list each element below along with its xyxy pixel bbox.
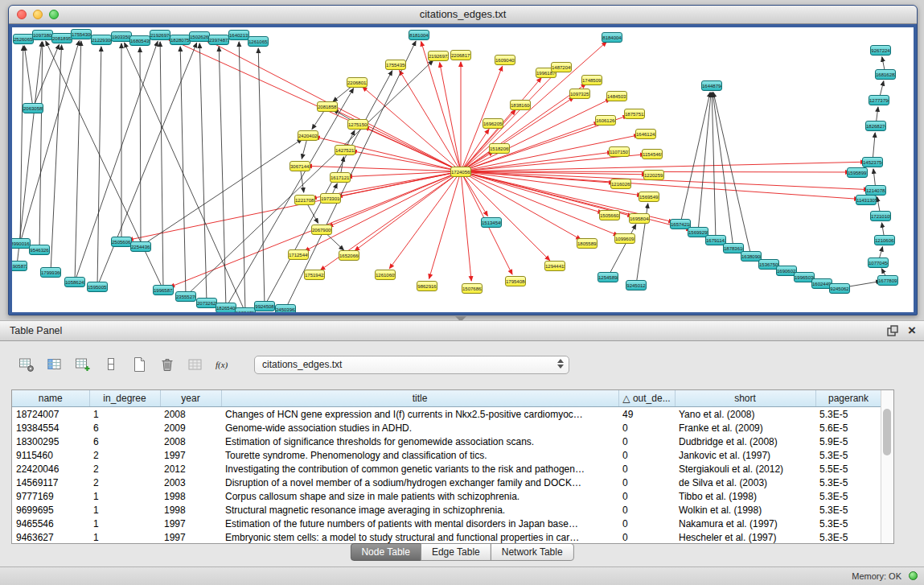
graph-node[interactable]: 12106063 bbox=[874, 235, 895, 245]
delete-table-icon[interactable] bbox=[158, 356, 176, 373]
graph-node[interactable]: 11071507 bbox=[609, 146, 630, 157]
graph-edge[interactable] bbox=[20, 41, 79, 243]
table-cell[interactable]: 14569117 bbox=[12, 476, 89, 489]
graph-node[interactable]: 11545469 bbox=[642, 149, 663, 159]
graph-node[interactable]: 12217081 bbox=[294, 195, 315, 205]
table-cell[interactable]: 5.9E-5 bbox=[815, 435, 881, 448]
graph-edge[interactable] bbox=[461, 72, 556, 171]
graph-node[interactable]: 15076862 bbox=[462, 283, 483, 294]
table-cell[interactable]: Wolkin et al. (1998) bbox=[675, 503, 815, 517]
graph-node[interactable]: 16090403 bbox=[495, 55, 515, 65]
table-cell[interactable]: 9115460 bbox=[12, 448, 89, 462]
table-row[interactable]: 1872400712008Changes of HCN gene express… bbox=[12, 407, 881, 422]
table-mode-icon[interactable] bbox=[18, 356, 35, 373]
table-cell[interactable]: 2 bbox=[89, 448, 160, 462]
graph-edge[interactable] bbox=[199, 43, 207, 303]
graph-edge[interactable] bbox=[39, 42, 43, 249]
graph-edge[interactable] bbox=[166, 38, 461, 171]
graph-node[interactable]: 15958997 bbox=[847, 167, 868, 178]
table-cell[interactable]: Estimation of significance thresholds fo… bbox=[221, 435, 618, 448]
graph-node[interactable]: 12773794 bbox=[869, 95, 889, 105]
graph-node[interactable]: 16024710 bbox=[235, 307, 256, 313]
table-cell[interactable]: Estimation of the future numbers of pati… bbox=[221, 517, 618, 530]
graph-node[interactable]: 17954084 bbox=[505, 276, 526, 286]
graph-edge[interactable] bbox=[51, 45, 62, 272]
zoom-window-button[interactable] bbox=[49, 10, 59, 19]
table-scrollbar-thumb[interactable] bbox=[883, 409, 891, 455]
column-header-short[interactable]: short bbox=[675, 390, 815, 407]
table-cell[interactable]: 5.3E-5 bbox=[815, 503, 881, 517]
graph-edge[interactable] bbox=[46, 41, 163, 290]
graph-edge[interactable] bbox=[698, 93, 711, 232]
graph-node[interactable]: 15056602 bbox=[599, 210, 620, 220]
graph-node[interactable]: 12140781 bbox=[865, 185, 886, 196]
table-cell[interactable]: Yano et al. (2008) bbox=[675, 407, 815, 422]
network-canvas[interactable]: 1724056522068177160904031996187410973257… bbox=[12, 27, 914, 312]
graph-edge[interactable] bbox=[33, 44, 60, 108]
graph-node[interactable]: 18381604 bbox=[510, 100, 531, 110]
graph-node[interactable]: 16958048 bbox=[629, 213, 650, 224]
graph-node[interactable]: 20818587 bbox=[317, 101, 338, 112]
graph-node[interactable]: 20732625 bbox=[196, 298, 217, 308]
graph-node[interactable]: 14845037 bbox=[606, 91, 627, 101]
graph-node[interactable]: 9267224 bbox=[870, 45, 891, 56]
table-cell[interactable]: Embryonic stem cells: a model to study s… bbox=[221, 530, 618, 544]
graph-node[interactable]: 20679009 bbox=[311, 225, 332, 235]
graph-node[interactable]: 25056061 bbox=[111, 237, 132, 247]
graph-edge[interactable] bbox=[129, 171, 461, 240]
graph-node[interactable]: 10973804 bbox=[32, 30, 53, 40]
table-cell[interactable]: 5.3E-5 bbox=[815, 517, 881, 530]
table-cell[interactable]: 1 bbox=[89, 530, 160, 544]
graph-edge[interactable] bbox=[713, 93, 733, 248]
graph-edge[interactable] bbox=[219, 47, 226, 307]
graph-edge[interactable] bbox=[186, 60, 433, 296]
graph-node[interactable]: 23974872 bbox=[208, 35, 229, 45]
graph-edge[interactable] bbox=[461, 99, 610, 171]
table-cell[interactable]: 5.3E-5 bbox=[815, 489, 881, 503]
table-cell[interactable]: 1 bbox=[89, 503, 160, 517]
table-row[interactable]: 1456911722003Disruption of a novel membe… bbox=[12, 476, 881, 489]
graph-node[interactable]: 24503962 bbox=[275, 304, 296, 313]
table-cell[interactable]: Tourette syndrome. Phenomenology and cla… bbox=[221, 448, 618, 462]
table-cell[interactable]: 9465546 bbox=[12, 517, 89, 530]
tab-node-table[interactable]: Node Table bbox=[350, 543, 421, 561]
graph-node[interactable]: 12160265 bbox=[610, 179, 631, 189]
table-cell[interactable]: Stergiakouli et al. (2012) bbox=[675, 462, 815, 476]
table-cell[interactable]: 1 bbox=[89, 489, 160, 503]
graph-node[interactable]: 20630585 bbox=[23, 103, 43, 113]
table-cell[interactable]: Structural magnetic resonance image aver… bbox=[221, 503, 618, 517]
float-panel-icon[interactable] bbox=[887, 325, 898, 336]
graph-edge[interactable] bbox=[680, 93, 710, 224]
graph-node[interactable]: 16461242 bbox=[635, 129, 656, 139]
graph-node[interactable]: 9245062 bbox=[829, 283, 850, 294]
graph-node[interactable]: 16061264 bbox=[595, 115, 616, 126]
table-cell[interactable]: 5.5E-5 bbox=[815, 462, 881, 476]
table-cell[interactable]: 18724007 bbox=[12, 407, 89, 422]
table-cell[interactable]: 5.3E-5 bbox=[815, 407, 881, 422]
graph-node[interactable]: 17240565 bbox=[450, 167, 471, 177]
graph-node[interactable]: 15134549 bbox=[481, 217, 502, 228]
graph-node[interactable]: 9862916 bbox=[417, 281, 437, 291]
graph-node[interactable]: 19733016 bbox=[320, 193, 341, 204]
graph-node[interactable]: 18757512 bbox=[624, 109, 645, 119]
table-row[interactable]: 1830029562008Estimation of significance … bbox=[12, 435, 881, 448]
graph-node[interactable]: 17125449 bbox=[288, 249, 309, 260]
row-options-icon[interactable] bbox=[102, 356, 120, 373]
graph-node[interactable]: 15182065 bbox=[489, 143, 510, 154]
tab-network-table[interactable]: Network Table bbox=[491, 543, 574, 561]
graph-edge[interactable] bbox=[24, 46, 33, 108]
graph-node[interactable]: 16778097 bbox=[877, 275, 898, 286]
graph-node[interactable]: 12610605 bbox=[375, 270, 396, 280]
graph-node[interactable]: 21229300 bbox=[91, 35, 112, 45]
table-row[interactable]: 2242004622012Investigating the contribut… bbox=[12, 462, 881, 476]
table-cell[interactable]: 0 bbox=[618, 421, 675, 435]
graph-node[interactable]: 12610651 bbox=[248, 36, 269, 47]
column-header-out-de-[interactable]: △ out_de... bbox=[618, 390, 675, 407]
graph-edge[interactable] bbox=[97, 47, 101, 286]
graph-node[interactable]: 12944415 bbox=[544, 261, 565, 271]
graph-edge[interactable] bbox=[440, 63, 461, 171]
graph-edge[interactable] bbox=[17, 42, 42, 266]
table-cell[interactable]: 9777169 bbox=[12, 489, 89, 503]
graph-node[interactable]: 16962056 bbox=[483, 118, 503, 129]
table-cell[interactable]: Investigating the contribution of common… bbox=[221, 462, 618, 476]
